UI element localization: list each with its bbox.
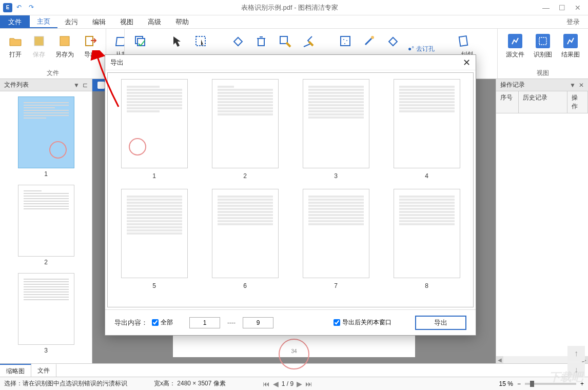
export-thumb-label: 7 [334,282,338,289]
scroll-left-icon[interactable]: ◀ [496,356,503,363]
dialog-close-button[interactable]: ✕ [463,57,471,68]
range-dash: ---- [227,319,236,326]
login-link[interactable]: 登录 [566,17,588,27]
tab-file[interactable]: 文件 [0,15,30,28]
nav-up-button[interactable]: ↑ [567,346,585,361]
filter-icon[interactable]: ▼ [73,82,80,89]
svg-rect-0 [34,36,44,46]
close-panel-icon[interactable]: ✕ [579,82,584,89]
result-view-button[interactable]: 结果图 [558,32,583,68]
btab-file[interactable]: 文件 [31,364,56,377]
export-from-input[interactable] [189,317,220,328]
export-thumb-6[interactable]: 6 [205,189,285,289]
undo-icon[interactable]: ↶ [16,4,25,12]
export-dialog: 导出 ✕ 1 2 3 4 5 6 7 8 导出内容： 全部 ---- 导出后关闭… [105,54,476,336]
hole-icon: ●° [408,45,414,52]
svg-rect-7 [280,36,287,44]
export-confirm-button[interactable]: 导出 [415,316,466,330]
export-thumb-7[interactable]: 7 [296,189,376,289]
dialog-title: 导出 [110,58,463,67]
marquee-icon [193,34,208,48]
tab-view[interactable]: 视图 [113,15,141,28]
export-thumb-5[interactable]: 5 [114,189,194,289]
dialog-footer: 导出内容： 全部 ---- 导出后关闭本窗口 导出 [105,309,476,335]
first-page-icon[interactable]: ⏮ [263,380,270,388]
svg-rect-13 [459,36,467,46]
zoom-out-icon[interactable]: − [517,380,521,387]
svg-rect-14 [539,37,546,45]
statusbar: 选择：请在识别图中点选识别错误的污渍标识 宽x高： 2480 × 3507 像素… [0,377,588,390]
recog-view-button[interactable]: 识别图 [531,32,555,68]
thumb-label: 1 [18,170,74,178]
export-thumb-label: 8 [425,282,428,289]
tab-advanced[interactable]: 高级 [141,15,168,28]
export-thumb-3[interactable]: 3 [296,79,376,180]
scanner-icon [114,34,125,48]
close-after-checkbox[interactable]: 导出后关闭本窗口 [334,318,391,327]
source-view-button[interactable]: 源文件 [503,32,527,68]
redo-icon[interactable]: ↷ [29,4,37,12]
folder-open-icon [8,34,23,48]
op-history-header: 操作记录 ▼✕ [496,79,588,91]
pin-icon[interactable]: ⊏ [83,82,88,89]
minimize-button[interactable]: — [542,4,550,12]
svg-point-10 [346,40,347,41]
maximize-button[interactable]: ☐ [559,4,565,12]
group-file-label: 文件 [5,68,101,77]
eraser2-icon [385,34,400,48]
titlebar: E ↶ ↷ 表格识别示例.pdf - 图档清洁专家 — ☐ ✕ [0,0,588,15]
export-thumb-label: 6 [243,282,247,289]
export-thumb-2[interactable]: 2 [205,79,285,180]
result-icon [563,34,578,48]
export-thumb-label: 1 [152,172,156,180]
save-as-icon [57,34,72,48]
svg-point-11 [344,43,345,44]
dialog-body: 1 2 3 4 5 6 7 8 [107,72,474,307]
svg-rect-8 [341,36,350,46]
tab-home[interactable]: 主页 [30,15,57,28]
open-button[interactable]: 打开 [5,32,26,68]
btab-thumb[interactable]: 缩略图 [0,364,31,377]
tab-help[interactable]: 帮助 [168,15,196,28]
export-thumb-8[interactable]: 8 [386,189,467,289]
thumb-label: 3 [18,347,74,354]
col-op[interactable]: 操作 [567,91,588,113]
noise-icon [338,34,352,48]
close-button[interactable]: ✕ [575,4,581,12]
thumbnail-list[interactable]: 1 2 3 [0,91,92,363]
col-history[interactable]: 历史记录 [519,91,567,113]
page-indicator: 1 / 9 [282,380,293,387]
thumb-1[interactable]: 1 [18,96,74,178]
thumb-2[interactable]: 2 [18,185,74,266]
file-list-title: 文件列表 [4,81,73,89]
next-page-icon[interactable]: ▶ [297,380,302,388]
svg-rect-1 [60,36,69,46]
dropdown-icon[interactable]: ▼ [570,82,576,89]
eraser-icon [230,34,245,48]
right-panel: 操作记录 ▼✕ 序号 历史记录 操作 ◀ ▶ ↑ ↓ [496,79,588,363]
export-button[interactable]: 导出 [80,32,101,68]
last-page-icon[interactable]: ⏭ [305,380,312,388]
group-view-label: 视图 [503,68,583,77]
export-to-input[interactable] [243,317,273,328]
col-seq[interactable]: 序号 [496,91,519,113]
export-thumb-label: 4 [425,172,428,180]
save-button[interactable]: 保存 [29,32,49,68]
zoom-label: 15 % [499,380,513,387]
save-icon [32,34,46,48]
tab-edit[interactable]: 编辑 [85,15,113,28]
prev-page-icon[interactable]: ◀ [273,380,279,388]
export-thumb-1[interactable]: 1 [114,79,194,180]
export-all-checkbox[interactable]: 全部 [152,318,173,327]
svg-rect-6 [258,38,264,46]
left-panel: 文件列表 ▼⊏ 1 2 3 [0,79,92,363]
export-thumb-label: 2 [243,172,247,180]
export-thumb-4[interactable]: 4 [386,79,467,180]
thumb-3[interactable]: 3 [18,273,74,354]
tab-clean[interactable]: 去污 [57,15,85,28]
export-icon [83,34,97,48]
save-as-button[interactable]: 另存为 [52,32,77,68]
svg-point-12 [371,36,374,39]
op-history-table: 序号 历史记录 操作 [496,91,588,356]
remove-hole-button[interactable]: ●°去订孔 [408,45,435,53]
